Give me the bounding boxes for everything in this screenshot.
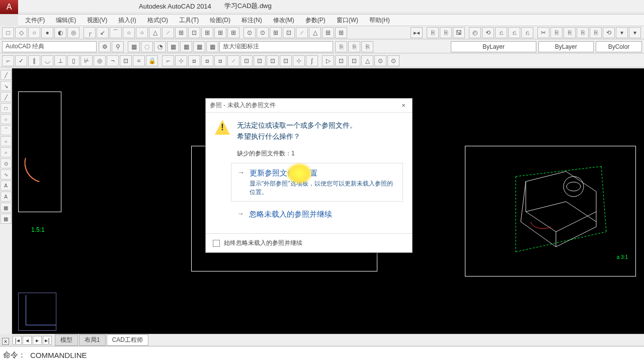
menu-modify[interactable]: 修改(M)	[273, 16, 294, 25]
dim-icon-10[interactable]: ⊹	[293, 55, 305, 66]
draw-tool-icon-26[interactable]: ⊞	[322, 27, 334, 38]
std-tool-icon-12[interactable]: ✂	[537, 27, 549, 38]
layer-tool-icon-0[interactable]: ▦	[128, 41, 140, 52]
tab-nav-last[interactable]: ▸|	[43, 336, 52, 345]
dialog-close-button[interactable]: ×	[399, 101, 408, 110]
layer-tool-icon-1[interactable]: ◌	[141, 41, 153, 52]
std-tool-icon-14[interactable]: ⎘	[564, 27, 576, 38]
draw-tool-icon-5[interactable]: ◎	[67, 27, 79, 38]
left-tool-6[interactable]: ○	[1, 136, 12, 146]
constraint-icon-10[interactable]: =	[133, 55, 145, 66]
menu-view[interactable]: 视图(V)	[87, 16, 107, 25]
std-tool-icon-9[interactable]: ⎌	[508, 27, 520, 38]
left-tool-7[interactable]: ○	[1, 147, 12, 157]
draw-tool-icon-0[interactable]: □	[2, 27, 14, 38]
std-tool-icon-6[interactable]: ◴	[469, 27, 481, 38]
left-tool-10[interactable]: A	[1, 180, 12, 191]
draw-tool-icon-23[interactable]: ⊡	[283, 27, 295, 38]
dim-icon-9[interactable]: ⊡	[280, 55, 292, 66]
draw-tool-icon-10[interactable]: ○	[123, 27, 135, 38]
left-tool-11[interactable]: A	[1, 192, 12, 202]
constraint-icon-7[interactable]: ◎	[94, 55, 106, 66]
left-tool-5[interactable]: ⌒	[1, 125, 12, 135]
menu-edit[interactable]: 编辑(E)	[56, 16, 76, 25]
viewport-1[interactable]	[18, 92, 61, 212]
linetype-select[interactable]: ByLayer	[538, 41, 594, 52]
constraint-icon-9[interactable]: ⊡	[120, 55, 132, 66]
std-tool-icon-16[interactable]: ⎘	[590, 27, 602, 38]
tab-cad-engineer[interactable]: CAD工程师	[107, 334, 148, 346]
draw-tool-icon-17[interactable]: ⊞	[214, 27, 226, 38]
meas-icon-4[interactable]: ⊙	[374, 55, 386, 66]
left-tool-8[interactable]: ⊙	[1, 158, 12, 168]
std-tool-icon-4[interactable]: 🖫	[453, 27, 465, 38]
dim-icon-4[interactable]: ⧈	[214, 55, 226, 66]
left-tool-12[interactable]: ▦	[1, 203, 12, 213]
std-tool-icon-0[interactable]: ▸◂	[411, 27, 423, 38]
dim-icon-11[interactable]: ∫	[306, 55, 318, 66]
draw-tool-icon-27[interactable]: ⊞	[335, 27, 347, 38]
menu-tools[interactable]: 工具(T)	[179, 16, 199, 25]
meas-icon-2[interactable]: ⊡	[348, 55, 360, 66]
constraint-icon-2[interactable]: ∥	[28, 55, 40, 66]
meas-icon-0[interactable]: ▷	[322, 55, 334, 66]
xref-tool-icon-0[interactable]: ⎘	[335, 41, 347, 52]
menu-dimension[interactable]: 标注(N)	[242, 16, 262, 25]
draw-tool-icon-1[interactable]: ◇	[15, 27, 27, 38]
draw-tool-icon-2[interactable]: ○	[28, 27, 40, 38]
draw-tool-icon-12[interactable]: △	[149, 27, 161, 38]
xref-tool-icon-1[interactable]: ⎘	[348, 41, 360, 52]
dim-icon-1[interactable]: ⊹	[175, 55, 187, 66]
menu-format[interactable]: 格式(O)	[147, 16, 168, 25]
dim-icon-8[interactable]: ⊡	[267, 55, 279, 66]
layer-tool-icon-6[interactable]: ▦	[206, 41, 218, 52]
tab-nav-first[interactable]: |◂	[13, 336, 22, 345]
left-tool-2[interactable]: ╱	[1, 92, 12, 102]
draw-tool-icon-4[interactable]: ◐	[54, 27, 66, 38]
draw-tool-icon-14[interactable]: ⊞	[175, 27, 187, 38]
left-tool-3[interactable]: □	[1, 103, 12, 113]
tab-model[interactable]: 模型	[55, 334, 78, 346]
std-tool-icon-8[interactable]: ⎌	[495, 27, 507, 38]
tab-nav-prev[interactable]: ◂	[23, 336, 32, 345]
layer-tool-icon-4[interactable]: ▦	[180, 41, 192, 52]
constraint-icon-11[interactable]: 🔒	[146, 55, 158, 66]
draw-tool-icon-22[interactable]: ⊞	[270, 27, 282, 38]
dim-icon-5[interactable]: ⟋	[227, 55, 239, 66]
std-tool-icon-2[interactable]: ⎘	[427, 27, 439, 38]
gear-icon[interactable]: ⚙	[99, 41, 111, 52]
dim-icon-0[interactable]: ⌐	[162, 55, 174, 66]
left-tool-9[interactable]: ∿	[1, 169, 12, 179]
color-select[interactable]: ByLayer	[451, 41, 536, 52]
draw-tool-icon-3[interactable]: ●	[41, 27, 53, 38]
lineweight-select[interactable]: ByColor	[596, 41, 642, 52]
tab-layout1[interactable]: 布局1	[79, 334, 106, 346]
left-tool-1[interactable]: ↘	[1, 81, 12, 91]
dim-icon-6[interactable]: ⊡	[240, 55, 253, 66]
constraint-icon-8[interactable]: ¬	[107, 55, 119, 66]
draw-tool-icon-13[interactable]: ⟋	[162, 27, 174, 38]
left-tool-4[interactable]: ○	[1, 114, 12, 124]
menu-insert[interactable]: 插入(I)	[118, 16, 136, 25]
constraint-icon-5[interactable]: ▯	[67, 55, 79, 66]
draw-tool-icon-21[interactable]: ⊙	[257, 27, 269, 38]
left-tool-13[interactable]: ▦	[1, 214, 12, 224]
workspace-field[interactable]: AutoCAD 经典	[2, 41, 97, 52]
draw-tool-icon-11[interactable]: ○	[136, 27, 148, 38]
std-tool-icon-19[interactable]: ▾	[629, 27, 641, 38]
menu-draw[interactable]: 绘图(D)	[210, 16, 230, 25]
constraint-icon-3[interactable]: ◡	[41, 55, 53, 66]
meas-icon-3[interactable]: △	[361, 55, 373, 66]
std-tool-icon-18[interactable]: ▾	[616, 27, 628, 38]
constraint-icon-4[interactable]: ⊥	[54, 55, 66, 66]
meas-icon-1[interactable]: ⊡	[335, 55, 347, 66]
draw-tool-icon-18[interactable]: ⊞	[227, 27, 239, 38]
dim-icon-7[interactable]: ⊡	[254, 55, 266, 66]
menu-file[interactable]: 文件(F)	[25, 16, 45, 25]
tab-nav-next[interactable]: ▸	[33, 336, 42, 345]
draw-tool-icon-24[interactable]: ⟋	[296, 27, 308, 38]
dim-icon-3[interactable]: ⧈	[201, 55, 213, 66]
layer-tool-icon-5[interactable]: ▦	[193, 41, 205, 52]
dialog-titlebar[interactable]: 参照 - 未载入的参照文件 ×	[206, 99, 412, 113]
std-tool-icon-15[interactable]: ⎘	[577, 27, 589, 38]
